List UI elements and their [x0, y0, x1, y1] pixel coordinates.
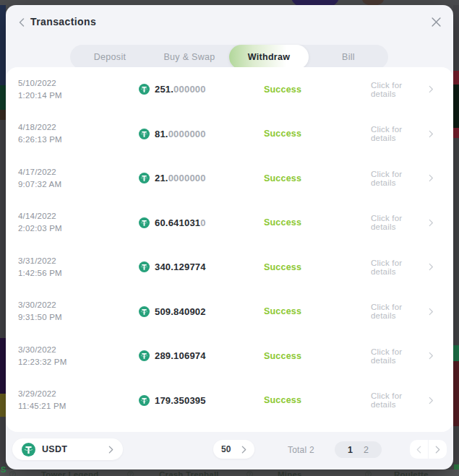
transaction-datetime: 3/31/2022 1:42:56 PM [18, 255, 139, 280]
previous-page-button[interactable] [410, 440, 428, 459]
close-icon [432, 17, 441, 27]
tether-icon [139, 395, 150, 406]
table-row: 3/31/2022 1:42:56 PM 340.129774 Success … [18, 245, 434, 290]
transaction-amount: 340.129774 [139, 261, 264, 272]
chevron-right-icon [429, 130, 434, 138]
transaction-tabs: Deposit Buy & Swap Withdraw Bill [70, 45, 388, 69]
details-link[interactable]: Click for details [371, 303, 434, 320]
table-row: 3/30/2022 12:23:32 PM 289.106974 Success… [18, 334, 434, 378]
chevron-right-icon [241, 446, 246, 454]
amount-significant: 21. [155, 173, 168, 183]
transaction-date: 3/31/2022 [18, 255, 139, 267]
amount-trailing-zeros: 000000 [173, 84, 206, 95]
transaction-datetime: 3/30/2022 9:31:50 PM [18, 299, 139, 324]
details-link[interactable]: Click for details [371, 170, 434, 187]
amount-significant: 81. [155, 129, 168, 139]
amount-significant: 251. [155, 84, 173, 95]
background-edge-left-6 [0, 394, 6, 417]
transaction-datetime: 5/10/2022 1:20:14 PM [18, 77, 139, 102]
details-link[interactable]: Click for details [371, 391, 434, 409]
back-button[interactable] [16, 17, 27, 28]
transaction-datetime: 3/29/2022 11:45:21 PM [18, 388, 139, 412]
transaction-date: 3/29/2022 [18, 388, 139, 400]
amount-value: 60.6410310 [155, 217, 206, 228]
background-game-name: Roulette [394, 470, 429, 476]
transaction-datetime: 4/18/2022 6:26:13 PM [18, 121, 139, 146]
help-icon: ? [246, 471, 253, 476]
transaction-date: 3/30/2022 [18, 299, 139, 311]
transaction-amount: 81.0000000 [139, 129, 264, 139]
details-label: Click for details [371, 347, 426, 365]
transactions-table: 5/10/2022 1:20:14 PM 251.000000 Success … [6, 67, 453, 432]
details-link[interactable]: Click for details [371, 81, 434, 98]
background-edge-right-3 [453, 85, 459, 128]
page-size-value: 50 [221, 444, 231, 454]
page-title: Transactions [30, 16, 96, 27]
background-game-name: Crash Trenball [159, 470, 219, 476]
chevron-left-icon [416, 446, 421, 454]
background-edge-right-4 [453, 128, 459, 138]
tab-buy-swap[interactable]: Buy & Swap [150, 45, 229, 69]
background-edge-left-1 [0, 5, 6, 85]
background-game-name: Tower Legend [41, 470, 99, 476]
page-size-selector[interactable]: 50 [213, 440, 254, 459]
next-page-button[interactable] [429, 440, 447, 459]
transaction-datetime: 4/14/2022 2:02:03 PM [18, 210, 139, 235]
transaction-date: 5/10/2022 [18, 77, 139, 90]
tether-icon [22, 443, 35, 456]
chevron-right-icon [429, 352, 434, 360]
transaction-amount: 21.0000000 [139, 173, 264, 183]
details-label: Click for details [371, 125, 426, 142]
chevron-right-icon [429, 263, 434, 271]
chevron-right-icon [429, 174, 434, 182]
details-link[interactable]: Click for details [371, 214, 434, 231]
currency-selector[interactable]: USDT [12, 438, 123, 460]
details-link[interactable]: Click for details [371, 259, 434, 276]
background-edge-left-4 [0, 120, 6, 338]
details-label: Click for details [371, 170, 426, 187]
transaction-amount: 179.350395 [139, 395, 264, 406]
transaction-time: 6:26:13 PM [18, 134, 139, 146]
modal-footer: USDT 50 Total 2 1 2 [6, 432, 453, 469]
status-badge: Success [264, 395, 371, 405]
details-link[interactable]: Click for details [371, 125, 434, 142]
tab-bill[interactable]: Bill [309, 45, 388, 69]
tab-deposit[interactable]: Deposit [70, 45, 150, 69]
background-game-name: Mines [278, 470, 302, 476]
amount-value: 340.129774 [155, 261, 206, 272]
table-row: 3/30/2022 9:31:50 PM 509.840902 Success … [18, 290, 434, 334]
tether-icon [139, 261, 150, 272]
background-edge-left-5 [0, 338, 6, 394]
transaction-amount: 60.6410310 [139, 217, 264, 228]
chevron-right-icon [429, 308, 434, 316]
amount-significant: 289.106974 [155, 350, 206, 361]
page-number-2[interactable]: 2 [364, 445, 369, 455]
chevron-right-icon [429, 219, 434, 227]
status-badge: Success [264, 129, 371, 139]
page-numbers: 1 2 [335, 441, 382, 458]
transaction-datetime: 4/17/2022 9:07:32 AM [18, 166, 139, 191]
amount-significant: 179.350395 [155, 395, 206, 406]
transaction-time: 9:31:50 PM [18, 311, 139, 324]
chevron-left-icon [19, 18, 25, 27]
tab-withdraw[interactable]: Withdraw [229, 45, 309, 69]
background-edge-right-5 [453, 138, 459, 345]
transaction-time: 9:07:32 AM [18, 178, 139, 191]
details-label: Click for details [371, 259, 426, 276]
pagination-nav [410, 440, 447, 459]
amount-significant: 509.840902 [155, 306, 206, 317]
table-row: 4/14/2022 2:02:03 PM 60.6410310 Success … [18, 201, 434, 246]
table-row: 5/10/2022 1:20:14 PM 251.000000 Success … [18, 67, 434, 112]
transaction-time: 1:42:56 PM [18, 267, 139, 280]
status-badge: Success [264, 217, 371, 228]
close-button[interactable] [431, 17, 442, 27]
status-badge: Success [264, 262, 371, 272]
chevron-right-icon [429, 397, 434, 404]
tether-icon [139, 129, 150, 139]
page-number-1[interactable]: 1 [348, 445, 353, 455]
amount-significant: 60.641031 [155, 217, 200, 228]
details-label: Click for details [371, 81, 426, 98]
transaction-date: 4/17/2022 [18, 166, 139, 178]
details-link[interactable]: Click for details [371, 347, 434, 365]
amount-value: 81.0000000 [155, 129, 206, 139]
